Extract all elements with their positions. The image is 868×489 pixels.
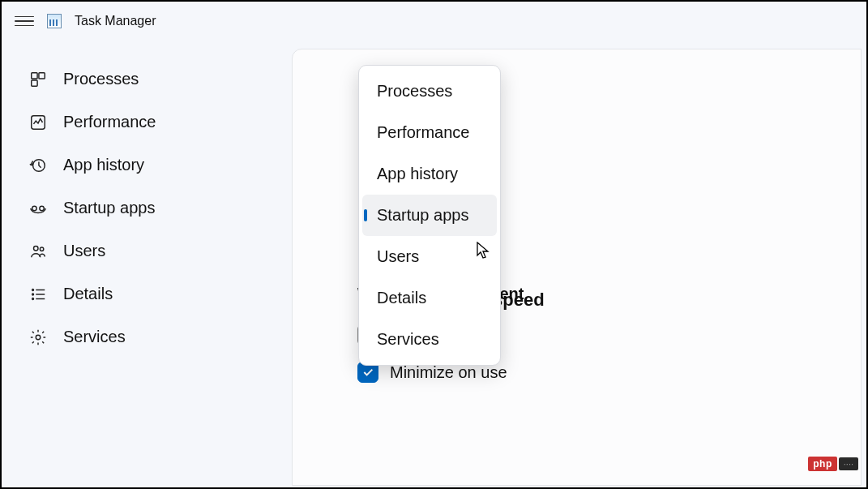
startup-apps-icon [29,199,47,217]
svg-point-7 [34,246,39,251]
sidebar-item-services[interactable]: Services [10,316,269,358]
sidebar-item-label: Details [63,285,113,303]
watermark: php ···· [808,457,858,471]
dropdown-item-label: Users [377,247,419,265]
dropdown-item-users[interactable]: Users [362,236,497,277]
sidebar-item-details[interactable]: Details [10,273,269,315]
details-icon [29,285,47,303]
sidebar-item-performance[interactable]: Performance [10,101,269,143]
svg-point-6 [40,206,45,211]
svg-point-11 [32,298,34,299]
dropdown-item-performance[interactable]: Performance [362,112,497,153]
title-bar: Task Manager [2,2,866,41]
dropdown-item-processes[interactable]: Processes [362,71,497,112]
sidebar: Processes Performance App history Startu… [2,49,277,367]
sidebar-item-label: Startup apps [63,199,155,217]
svg-rect-0 [32,72,37,78]
sidebar-item-startup-apps[interactable]: Startup apps [10,187,269,229]
dropdown-item-app-history[interactable]: App history [362,153,497,195]
performance-icon [29,114,47,131]
sidebar-item-processes[interactable]: Processes [10,58,269,100]
processes-icon [29,71,47,88]
dropdown-item-label: Processes [377,82,452,100]
sidebar-item-app-history[interactable]: App history [10,144,269,186]
watermark-brand: php [808,457,837,471]
sidebar-item-label: Users [63,242,105,260]
dropdown-item-details[interactable]: Details [362,277,497,319]
sidebar-item-users[interactable]: Users [10,230,269,272]
users-icon [29,242,47,260]
sidebar-item-label: Services [63,328,126,346]
svg-point-9 [32,289,34,290]
hamburger-menu-button[interactable] [15,11,34,31]
app-title: Task Manager [75,14,156,28]
page-select-dropdown: Processes Performance App history Startu… [358,65,501,366]
dropdown-item-services[interactable]: Services [362,319,497,360]
dropdown-item-startup-apps[interactable]: Startup apps [362,195,497,236]
sidebar-item-label: Processes [63,70,139,88]
dropdown-item-label: Performance [377,123,470,141]
app-icon [47,14,62,28]
sidebar-item-label: App history [63,156,144,174]
watermark-suffix: ···· [839,457,858,470]
svg-rect-1 [39,72,45,78]
svg-point-15 [36,335,41,340]
svg-point-8 [40,247,43,251]
app-history-icon [29,157,47,174]
sidebar-item-label: Performance [63,113,156,131]
svg-point-5 [32,206,37,211]
svg-rect-2 [32,79,37,85]
dropdown-item-label: App history [377,165,458,182]
services-icon [29,328,47,346]
svg-point-10 [32,294,34,295]
dropdown-item-label: Services [377,330,439,348]
dropdown-item-label: Details [377,289,426,307]
dropdown-item-label: Startup apps [377,206,468,224]
